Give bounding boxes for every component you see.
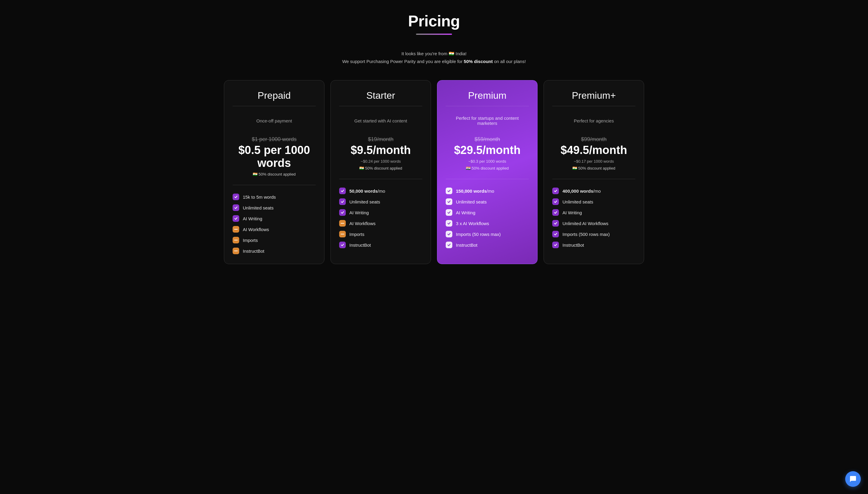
check-purple-icon	[552, 231, 559, 238]
plan-description-premium: Perfect for startups and content markete…	[446, 113, 529, 128]
list-item: Unlimited seats	[233, 204, 316, 211]
features-list-prepaid: 15k to 5m wordsUnlimited seatsAI Writing…	[233, 194, 316, 254]
list-item: AI Writing	[552, 209, 635, 216]
feature-label: AI Writing	[243, 216, 262, 221]
svg-rect-0	[234, 229, 238, 230]
check-purple-icon	[339, 242, 346, 248]
list-item: AI Workflows	[233, 226, 316, 233]
plan-divider	[339, 106, 422, 106]
feature-label: Unlimited seats	[456, 199, 487, 204]
svg-rect-4	[341, 234, 344, 234]
check-purple-icon	[552, 220, 559, 227]
feature-label: InstructBot	[456, 243, 478, 248]
list-item: 15k to 5m words	[233, 194, 316, 200]
feature-label: InstructBot	[243, 248, 265, 253]
plan-name-starter: Starter	[339, 90, 422, 101]
ppp-discount-bold: 50% discount	[464, 59, 493, 64]
minus-orange-icon	[233, 226, 239, 233]
features-divider	[552, 179, 635, 179]
plan-name-prepaid: Prepaid	[233, 90, 316, 101]
feature-label: AI Workflows	[243, 227, 269, 232]
features-list-starter: 50,000 words/moUnlimited seatsAI Writing…	[339, 188, 422, 248]
feature-label: Unlimited seats	[562, 199, 593, 204]
feature-label: Unlimited seats	[243, 205, 274, 210]
plan-name-premium-plus: Premium+	[552, 90, 635, 101]
minus-orange-icon	[233, 237, 239, 243]
feature-label: 3 x AI Workflows	[456, 221, 489, 226]
discount-badge-starter: 🇮🇳 50% discount applied	[339, 166, 422, 170]
plan-divider	[446, 106, 529, 106]
discount-badge-premium: 🇮🇳 50% discount applied	[446, 166, 529, 170]
list-item: 50,000 words/mo	[339, 188, 422, 194]
ppp-line2: We support Purchasing Power Parity and y…	[6, 58, 862, 65]
feature-label: AI Writing	[562, 210, 582, 215]
list-item: AI Writing	[233, 215, 316, 222]
plan-card-premium-plus: Premium+Perfect for agencies$99/month$49…	[543, 80, 644, 264]
check-purple-icon	[552, 198, 559, 205]
ppp-line2-prefix: We support Purchasing Power Parity and y…	[342, 59, 464, 64]
check-purple-icon	[552, 188, 559, 194]
list-item: AI Workflows	[339, 220, 422, 227]
minus-orange-icon	[339, 220, 346, 227]
price-current-premium: $29.5/month	[446, 144, 529, 157]
list-item: AI Writing	[339, 209, 422, 216]
feature-label: Imports (50 rows max)	[456, 232, 501, 237]
check-purple-icon	[233, 215, 239, 222]
list-item: InstructBot	[552, 242, 635, 248]
price-original-premium: $59/month	[446, 136, 529, 142]
plans-grid: PrepaidOnce-off payment$1 per 1000 words…	[224, 80, 644, 264]
svg-rect-2	[234, 251, 238, 251]
price-current-prepaid: $0.5 per 1000 words	[233, 144, 316, 170]
chat-icon	[849, 475, 856, 482]
feature-label: 15k to 5m words	[243, 194, 276, 200]
features-list-premium: 150,000 words/moUnlimited seatsAI Writin…	[446, 188, 529, 248]
title-underline	[416, 34, 452, 35]
ppp-line2-suffix: on all our plans!	[493, 59, 526, 64]
plan-description-premium-plus: Perfect for agencies	[552, 113, 635, 128]
feature-label: AI Writing	[456, 210, 476, 215]
feature-label: Unlimited AI Workflows	[562, 221, 609, 226]
price-original-prepaid: $1 per 1000 words	[233, 136, 316, 142]
feature-label: InstructBot	[562, 243, 584, 248]
list-item: InstructBot	[446, 242, 529, 248]
check-white-icon	[446, 231, 452, 238]
list-item: Imports (500 rows max)	[552, 231, 635, 238]
price-current-premium-plus: $49.5/month	[552, 144, 635, 157]
check-white-icon	[446, 220, 452, 227]
feature-label: AI Workflows	[349, 221, 375, 226]
list-item: AI Writing	[446, 209, 529, 216]
list-item: Imports	[233, 237, 316, 243]
plan-name-premium: Premium	[446, 90, 529, 101]
plan-card-starter: StarterGet started with AI content$19/mo…	[330, 80, 431, 264]
features-divider	[233, 185, 316, 185]
list-item: Imports	[339, 231, 422, 238]
price-original-premium-plus: $99/month	[552, 136, 635, 142]
features-divider	[446, 179, 529, 179]
feature-label: InstructBot	[349, 243, 371, 248]
price-per-word-premium-plus: ~$0.17 per 1000 words	[552, 159, 635, 164]
list-item: InstructBot	[233, 248, 316, 254]
plan-card-prepaid: PrepaidOnce-off payment$1 per 1000 words…	[224, 80, 325, 264]
list-item: InstructBot	[339, 242, 422, 248]
check-purple-icon	[552, 209, 559, 216]
check-white-icon	[446, 209, 452, 216]
feature-label: Imports	[349, 232, 364, 237]
ppp-notice: It looks like you're from 🇮🇳 India! We s…	[6, 50, 862, 65]
list-item: Imports (50 rows max)	[446, 231, 529, 238]
list-item: 150,000 words/mo	[446, 188, 529, 194]
price-original-starter: $19/month	[339, 136, 422, 142]
features-divider	[339, 179, 422, 179]
feature-label: 150,000 words/mo	[456, 189, 494, 194]
plan-divider	[233, 106, 316, 106]
check-purple-icon	[339, 198, 346, 205]
list-item: Unlimited AI Workflows	[552, 220, 635, 227]
list-item: Unlimited seats	[339, 198, 422, 205]
check-purple-icon	[339, 188, 346, 194]
plan-description-prepaid: Once-off payment	[233, 113, 316, 128]
check-purple-icon	[552, 242, 559, 248]
svg-rect-1	[234, 240, 238, 241]
feature-label: Imports	[243, 238, 258, 243]
ppp-line1: It looks like you're from 🇮🇳 India!	[6, 50, 862, 58]
chat-bubble[interactable]	[845, 471, 861, 487]
check-purple-icon	[233, 194, 239, 200]
